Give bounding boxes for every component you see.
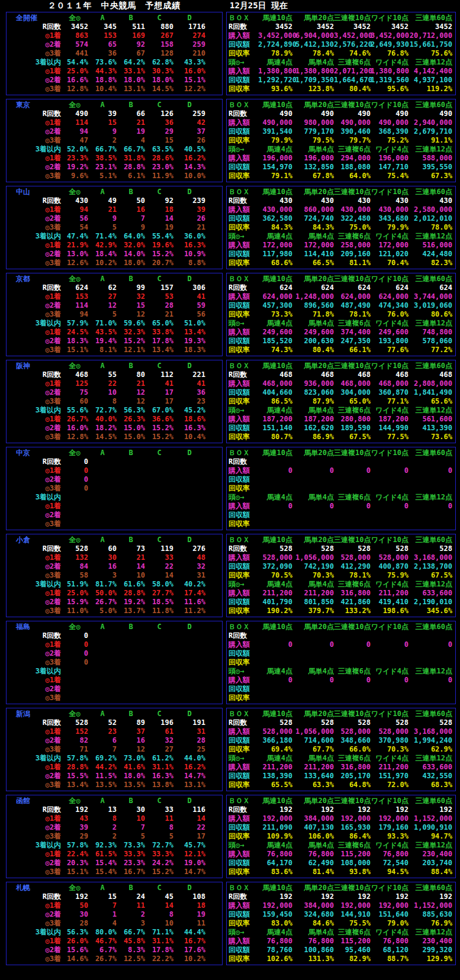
- stat-cell: 65.0%: [334, 397, 371, 406]
- stat-cell: 81.4%: [292, 868, 334, 876]
- stat-row: 購入額192,000384,000192,000192,0001,152,000: [229, 901, 453, 910]
- row-label: 回収額: [229, 214, 258, 223]
- column-header: 馬単20点: [292, 797, 334, 805]
- stat-row: 購入額1,380,8001,380,8002,071,2001,380,8004…: [229, 67, 453, 76]
- column-header: 三連複10点: [334, 710, 371, 718]
- stat-cell: 0: [371, 676, 408, 685]
- stat-cell: 274: [173, 31, 205, 40]
- column-header: 全◎: [61, 14, 88, 22]
- row-label: ◎1着: [9, 901, 61, 910]
- stat-row: 回収率69.4%67.7%66.0%70.3%62.9%: [229, 745, 453, 754]
- stat-cell: [145, 484, 173, 493]
- right-panel: ＢＯＸ馬連10点馬単20点三連複10点ワイド10点三連単60点R回数購入額000…: [226, 621, 456, 704]
- stat-cell: 67: [117, 49, 145, 58]
- stat-row: 購入額187,200187,200280,800187,200561,600: [229, 415, 453, 424]
- stat-cell: 26.7%: [88, 955, 117, 963]
- stat-row: ◎2着0: [9, 649, 220, 658]
- stat-row: 全開催全◎ABCD: [9, 14, 220, 22]
- row-label: R回数: [229, 22, 258, 31]
- stat-cell: 936,000: [292, 379, 334, 388]
- stat-cell: 18.0%: [117, 76, 145, 85]
- row-label: ◎2着: [9, 40, 61, 49]
- stat-cell: 151,640: [371, 910, 408, 919]
- stat-cell: 211,200: [371, 589, 408, 598]
- stat-cell: 1716: [173, 22, 205, 31]
- stat-row: ◎3着12.8%14.5%15.0%15.2%10.4%: [9, 433, 220, 441]
- stat-cell: 86.4%: [334, 832, 371, 841]
- stat-cell: 153: [88, 31, 117, 40]
- row-label: 購入額: [229, 676, 258, 685]
- column-header: ワイド10点: [371, 710, 408, 718]
- track-name: 中京: [9, 449, 61, 457]
- column-header: 馬連4点: [258, 58, 292, 67]
- stat-cell: 62: [88, 283, 117, 292]
- box-label: ＢＯＸ: [229, 536, 258, 544]
- stat-cell: 430,000: [334, 205, 371, 214]
- column-header: 馬単4点: [292, 928, 334, 937]
- stat-cell: 73.3%: [117, 841, 145, 850]
- row-label: R回数: [229, 805, 258, 814]
- stat-row: ◎3着945122156: [9, 310, 220, 319]
- stat-cell: 65: [88, 40, 117, 49]
- column-header: 三連複6点: [334, 145, 371, 154]
- stat-cell: 63.3%: [292, 781, 334, 789]
- stat-row: R回数528528528528528: [229, 544, 453, 553]
- column-header: 三連単60点: [408, 884, 452, 892]
- stat-cell: 4: [88, 919, 117, 928]
- stat-cell: 44.2%: [88, 763, 117, 772]
- stat-cell: 14.7%: [173, 868, 205, 876]
- column-header: 馬連10点: [258, 797, 292, 805]
- stat-cell: 15.9%: [61, 598, 88, 607]
- stat-cell: 84.6%: [292, 919, 334, 928]
- row-label: 3着以内: [9, 580, 61, 589]
- stat-cell: 441: [61, 49, 88, 58]
- stat-row: ◎2着15.5%11.5%18.0%16.3%14.7%: [9, 772, 220, 781]
- stat-cell: [258, 457, 292, 466]
- stat-row: 購入額196,000196,000294,000196,000588,000: [229, 154, 453, 163]
- stat-row: 3着以内54.4%73.6%64.2%62.8%43.3%: [9, 58, 220, 67]
- stat-row: ◎1着9421161839: [9, 205, 220, 214]
- stat-cell: [145, 658, 173, 667]
- stat-cell: [371, 685, 408, 694]
- stat-cell: 95.6%: [371, 85, 408, 94]
- column-header: 馬単4点: [292, 145, 334, 154]
- stat-cell: 430: [292, 196, 334, 205]
- stat-cell: 528: [408, 718, 452, 727]
- stat-cell: 3452: [292, 22, 334, 31]
- stat-cell: 79.0%: [371, 919, 408, 928]
- stat-cell: 19.2%: [61, 163, 88, 172]
- stat-cell: 12.1%: [117, 346, 145, 354]
- stat-cell: [408, 685, 452, 694]
- stat-cell: 93.6%: [258, 85, 292, 94]
- stat-cell: 267: [145, 31, 173, 40]
- stat-cell: 430: [334, 196, 371, 205]
- stat-cell: 192: [61, 892, 88, 901]
- stat-cell: 9: [117, 223, 145, 232]
- stat-row: ◎1着15223376131: [9, 727, 220, 736]
- stat-cell: 76,800: [371, 937, 408, 946]
- stat-row: ◎1着26.7%40.0%26.3%36.6%18.6%: [9, 415, 220, 424]
- stat-cell: 211,200: [258, 763, 292, 772]
- stat-cell: 9: [88, 214, 117, 223]
- stat-cell: 19: [145, 223, 173, 232]
- stat-cell: 64.2%: [117, 58, 145, 67]
- stat-cell: 19.4%: [88, 337, 117, 346]
- stat-row: 購入額624,0001,248,000624,000624,0003,744,0…: [229, 292, 453, 301]
- stat-cell: 60: [88, 544, 117, 553]
- stat-cell: [371, 475, 408, 484]
- stat-cell: [173, 667, 205, 676]
- stat-cell: 192,000: [334, 814, 371, 823]
- stat-cell: 76,800: [292, 937, 334, 946]
- track-section: 新潟全◎ABCDR回数5285289196191◎1着15223376131◎2…: [6, 708, 460, 791]
- column-header: 三連単60点: [408, 14, 452, 22]
- stat-cell: 154,970: [258, 163, 292, 172]
- stat-cell: 401,790: [258, 598, 292, 607]
- column-header: 三連複10点: [334, 884, 371, 892]
- stat-row: ◎1着11415213642: [9, 118, 220, 127]
- stat-cell: 57.9%: [61, 319, 88, 328]
- stat-row: ◎1着438101114: [9, 814, 220, 823]
- stat-cell: 39: [61, 823, 88, 832]
- stat-row: 札幌全◎ABCD: [9, 884, 220, 892]
- stat-cell: 0: [334, 466, 371, 475]
- stat-cell: 15.2%: [145, 433, 173, 441]
